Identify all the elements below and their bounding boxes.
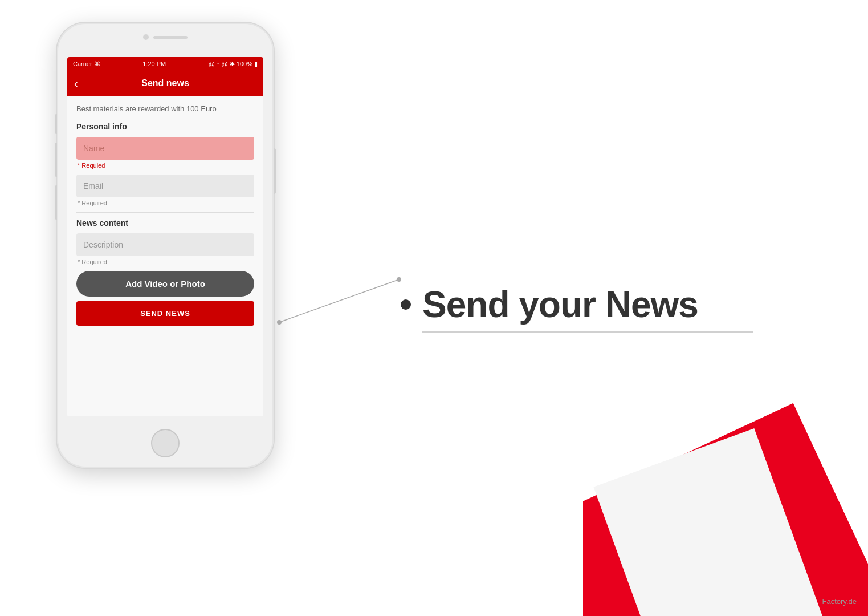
status-icons: @ ↑ @ ✱ (209, 60, 235, 68)
status-bar: Carrier ⌘ 1:20 PM @ ↑ @ ✱ 100% ▮ (67, 57, 263, 71)
heading-underline (422, 331, 753, 333)
heading-area: Send your News (401, 283, 868, 326)
status-time: 1:20 PM (142, 60, 166, 67)
section-divider (76, 212, 254, 213)
phone-button-power (274, 148, 276, 194)
nav-title: Send news (141, 78, 189, 88)
send-news-button[interactable]: SEND NEWS (76, 301, 254, 326)
phone-button-vol-down (55, 185, 57, 220)
add-media-button[interactable]: Add Video or Photo (76, 271, 254, 297)
watermark: Factory.de (822, 597, 857, 606)
screen-content: Best materials are rewarded with 100 Eur… (67, 96, 263, 416)
carrier-label: Carrier (73, 60, 92, 67)
main-heading: Send your News (422, 283, 698, 326)
email-placeholder: Email (83, 181, 103, 191)
personal-info-label: Personal info (76, 122, 254, 131)
status-left: Carrier ⌘ (73, 60, 100, 68)
name-required: * Requied (76, 162, 254, 169)
name-field[interactable]: Name (76, 137, 254, 160)
email-required: * Required (76, 200, 254, 206)
news-content-label: News content (76, 218, 254, 228)
navigation-bar: ‹ Send news (67, 71, 263, 96)
back-button[interactable]: ‹ (74, 77, 78, 90)
phone-button-mute (55, 114, 57, 134)
phone-mockup: Carrier ⌘ 1:20 PM @ ↑ @ ✱ 100% ▮ ‹ Send … (57, 23, 285, 536)
description-placeholder: Description (83, 240, 123, 249)
right-content-area: Send your News (355, 0, 868, 616)
phone-button-vol-up (55, 143, 57, 177)
status-right: @ ↑ @ ✱ 100% ▮ (209, 60, 258, 68)
description-field[interactable]: Description (76, 233, 254, 256)
phone-top-sensors (143, 34, 188, 40)
wifi-icon: ⌘ (94, 60, 100, 68)
front-camera (143, 34, 149, 40)
name-placeholder: Name (83, 144, 104, 153)
battery-level: 100% (237, 60, 252, 67)
phone-screen: Carrier ⌘ 1:20 PM @ ↑ @ ✱ 100% ▮ ‹ Send … (67, 57, 263, 416)
bullet-dot (401, 299, 411, 310)
news-content-section: News content Description * Required (76, 218, 254, 265)
email-field[interactable]: Email (76, 175, 254, 197)
home-button[interactable] (151, 429, 180, 457)
description-required: * Required (76, 258, 254, 265)
phone-body: Carrier ⌘ 1:20 PM @ ↑ @ ✱ 100% ▮ ‹ Send … (57, 23, 274, 468)
promo-text: Best materials are rewarded with 100 Eur… (76, 104, 254, 114)
battery-icon: ▮ (254, 60, 258, 68)
earpiece-speaker (153, 36, 188, 39)
